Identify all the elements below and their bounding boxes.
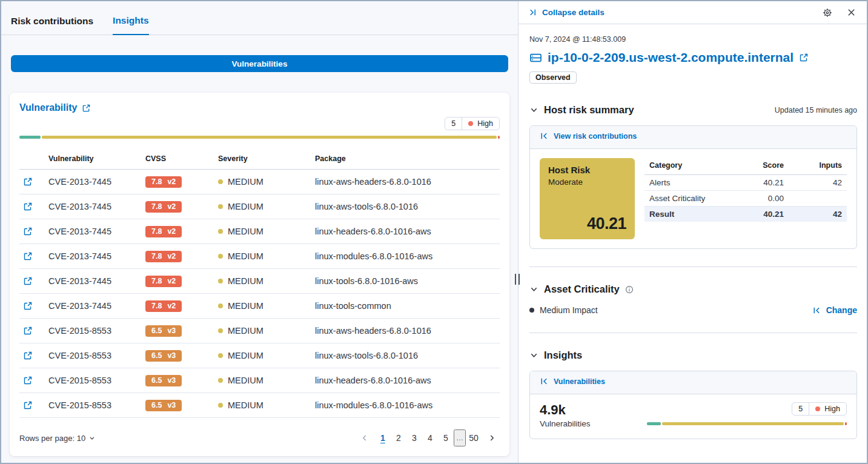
distribution-bar-segment <box>662 422 843 425</box>
open-vulnerability-icon[interactable] <box>22 374 34 386</box>
severity-label: MEDIUM <box>228 202 263 211</box>
pagination-page-button[interactable]: 5 <box>438 429 454 446</box>
open-vulnerability-icon[interactable] <box>22 225 34 237</box>
vulnerabilities-count-label: Vulnerabilities <box>540 419 640 428</box>
external-link-icon <box>82 104 91 113</box>
table-row: CVE-2013-7445 7.8v2 MEDIUM linux-tools-c… <box>19 294 500 319</box>
change-criticality-link[interactable]: Change <box>812 305 857 315</box>
open-vulnerability-icon[interactable] <box>22 399 34 411</box>
section-title: Host risk summary <box>544 104 634 116</box>
cve-id: CVE-2013-7445 <box>48 177 145 187</box>
severity-distribution-bar <box>19 136 500 139</box>
open-vulnerability-icon[interactable] <box>22 250 34 262</box>
flyout-header: Collapse details <box>518 1 867 24</box>
section-title: Asset Criticality <box>544 283 620 295</box>
pagination-page-button[interactable]: 1 <box>375 429 391 446</box>
chevron-down-icon <box>529 351 538 360</box>
cvss-badge: 7.8v2 <box>145 176 182 188</box>
page-next-button[interactable] <box>484 429 500 446</box>
page-prev-button[interactable] <box>357 429 373 446</box>
package-name: linux-headers-6.8.0-1016-aws <box>315 227 500 236</box>
collapse-details-button[interactable]: Collapse details <box>528 8 605 17</box>
distribution-bar-segment <box>647 422 661 425</box>
vulnerabilities-link[interactable]: Vulnerabilities <box>540 377 605 386</box>
criticality-dot-icon <box>529 308 534 313</box>
severity-dot-icon <box>218 378 223 383</box>
package-name: linux-aws-headers-6.8.0-1016 <box>315 326 500 336</box>
gear-icon[interactable] <box>821 7 833 19</box>
criticality-value: Medium Impact <box>540 305 598 315</box>
table-body: CVE-2013-7445 7.8v2 MEDIUM linux-aws-hea… <box>19 170 500 418</box>
package-name: linux-aws-headers-6.8.0-1016 <box>315 177 500 187</box>
table-header: Vulnerability CVSS Severity Package <box>19 152 500 170</box>
host-title-link[interactable]: ip-10-0-2-209.us-west-2.compute.internal <box>529 50 857 65</box>
vulnerability-title-link[interactable]: Vulnerability <box>19 102 91 113</box>
cvss-badge: 7.8v2 <box>145 226 182 237</box>
pagination-page-button: … <box>454 429 466 446</box>
severity-label: MEDIUM <box>228 326 263 336</box>
high-dot-icon <box>815 406 820 411</box>
distribution-bar-segment <box>498 136 500 139</box>
pagination: 1 2 3 4 5 … 50 <box>357 429 500 446</box>
bar-chevron-left-icon <box>540 131 549 141</box>
tab-risk-contributions[interactable]: Risk contributions <box>11 16 93 35</box>
pagination-page-button[interactable]: 50 <box>466 429 482 446</box>
table-row: CVE-2013-7445 7.8v2 MEDIUM linux-headers… <box>19 219 500 244</box>
left-panel: Risk contributions Insights Vulnerabilit… <box>1 1 518 463</box>
table-row: CVE-2015-8553 6.5v3 MEDIUM linux-headers… <box>19 368 500 393</box>
severity-dot-icon <box>218 353 223 358</box>
severity-label: MEDIUM <box>228 301 263 311</box>
package-name: linux-tools-common <box>315 301 500 311</box>
open-vulnerability-icon[interactable] <box>22 300 34 312</box>
severity-dot-icon <box>218 204 223 209</box>
cvss-badge: 7.8v2 <box>145 201 182 213</box>
pagination-page-button[interactable]: 3 <box>406 429 422 446</box>
severity-distribution-bar <box>647 422 847 425</box>
host-risk-score-tile: Host Risk Moderate 40.21 <box>540 158 635 239</box>
panel-resize-handle[interactable] <box>515 274 520 285</box>
view-risk-contributions-link[interactable]: View risk contributions <box>540 131 637 141</box>
package-name: linux-modules-6.8.0-1016-aws <box>315 251 500 261</box>
host-icon <box>529 51 542 64</box>
rows-per-page-selector[interactable]: Rows per page: 10 <box>19 434 96 443</box>
info-icon <box>625 285 634 294</box>
pagination-page-button[interactable]: 4 <box>422 429 438 446</box>
distribution-bar-segment <box>42 136 497 139</box>
host-risk-summary-header[interactable]: Host risk summary Updated 15 minutes ago <box>529 104 857 116</box>
cve-id: CVE-2015-8553 <box>48 400 145 410</box>
pagination-page-button[interactable]: 2 <box>391 429 406 446</box>
bar-chevron-left-icon <box>812 306 821 315</box>
app-window: Risk contributions Insights Vulnerabilit… <box>0 0 868 464</box>
open-vulnerability-icon[interactable] <box>22 350 34 362</box>
chevron-down-icon <box>529 105 538 114</box>
table-row: CVE-2015-8553 6.5v3 MEDIUM linux-aws-hea… <box>19 319 500 343</box>
chevron-right-to-bar-icon <box>528 8 537 17</box>
insights-header[interactable]: Insights <box>529 350 857 361</box>
flyout-body: Nov 7, 2024 @ 11:48:53.009 ip-10-0-2-209… <box>518 24 867 449</box>
chevron-down-icon <box>529 285 538 294</box>
table-row: CVE-2015-8553 6.5v3 MEDIUM linux-aws-too… <box>19 343 500 368</box>
close-icon[interactable] <box>846 7 857 18</box>
external-link-icon <box>799 53 809 62</box>
cve-id: CVE-2015-8553 <box>48 376 145 385</box>
insights-vulnerabilities-card: Vulnerabilities 4.9k Vulnerabilities 5 <box>529 371 857 439</box>
open-vulnerability-icon[interactable] <box>22 176 34 188</box>
risk-table-row: Result 40.21 42 <box>644 207 847 222</box>
severity-dot-icon <box>218 303 223 308</box>
risk-level: Moderate <box>548 177 626 187</box>
risk-score: 40.21 <box>587 214 626 233</box>
risk-breakdown-table: Category Score Inputs Alerts 40.21 42 As… <box>644 158 847 239</box>
open-vulnerability-icon[interactable] <box>22 201 34 213</box>
open-vulnerability-icon[interactable] <box>22 275 34 287</box>
section-title: Insights <box>544 350 582 361</box>
cve-id: CVE-2015-8553 <box>48 326 145 336</box>
tab-insights[interactable]: Insights <box>113 15 148 35</box>
vulnerability-table: Vulnerability CVSS Severity Package CVE-… <box>19 152 500 418</box>
open-vulnerability-icon[interactable] <box>22 325 34 337</box>
severity-dot-icon <box>218 328 223 333</box>
asset-criticality-header[interactable]: Asset Criticality <box>529 283 857 295</box>
package-name: linux-aws-tools-6.8.0-1016 <box>315 351 500 360</box>
table-footer: Rows per page: 10 1 2 3 4 5 … 50 <box>19 420 500 446</box>
cve-id: CVE-2013-7445 <box>48 227 145 236</box>
vulnerabilities-button[interactable]: Vulnerabilities <box>11 55 508 72</box>
